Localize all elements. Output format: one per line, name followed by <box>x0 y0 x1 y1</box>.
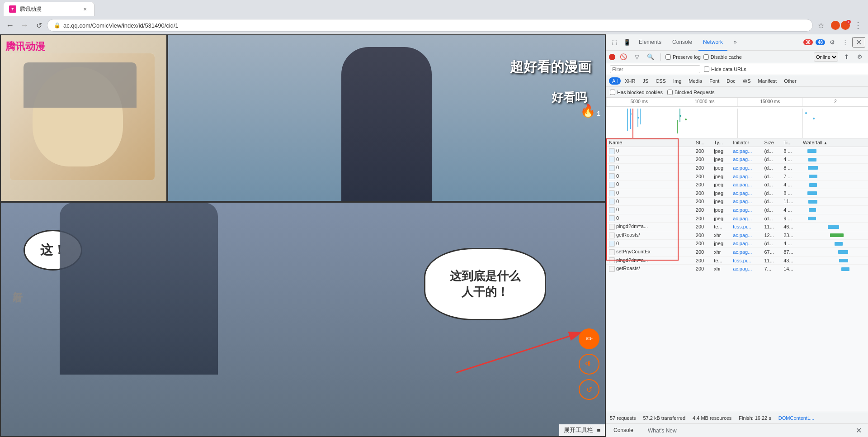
devtools-device-button[interactable]: 📱 <box>622 37 632 48</box>
throttle-select[interactable]: Online <box>814 52 838 62</box>
devtools-settings-button[interactable]: ⚙ <box>827 37 838 48</box>
status-code: 200 <box>693 239 711 248</box>
waterfall-bar <box>809 208 816 212</box>
preserve-log-label[interactable]: Preserve log <box>665 54 701 60</box>
resource-name: 0 <box>616 215 619 221</box>
table-header-ti[interactable]: Ti... <box>781 138 800 147</box>
devtools-more-button[interactable]: ⋮ <box>840 37 850 48</box>
reload-button[interactable]: ↺ <box>33 19 45 32</box>
devtools-inspect-button[interactable]: ⬚ <box>609 37 620 48</box>
resource-time: 14... <box>781 265 800 273</box>
type-filter-doc[interactable]: Doc <box>723 77 739 85</box>
tab-network[interactable]: Network <box>698 34 727 51</box>
table-header-size[interactable]: Size <box>761 138 781 147</box>
blocked-requests-label[interactable]: Blocked Requests <box>667 90 715 95</box>
red-arrow <box>456 328 591 382</box>
import-settings-button[interactable]: ⚙ <box>854 52 865 62</box>
table-row[interactable]: 0200jpegac.pag...(d...7 ... <box>606 172 868 180</box>
waterfall-bar-cell <box>800 256 868 265</box>
resource-type: jpeg <box>711 155 730 164</box>
status-code: 200 <box>693 197 711 206</box>
table-row[interactable]: getRoasts/200xhrac.pag...12...23... <box>606 231 868 239</box>
table-row[interactable]: setPgvCountEx200xhrac.pag...67...87... <box>606 248 868 256</box>
table-row[interactable]: 0200jpegac.pag...(d...4 ... <box>606 155 868 164</box>
resource-type: jpeg <box>711 180 730 189</box>
devtools-close-bottom[interactable]: ✕ <box>853 426 864 435</box>
initiator: ac.pag... <box>730 239 761 248</box>
type-filter-font[interactable]: Font <box>706 77 722 85</box>
edit-button[interactable]: ✏ <box>579 328 599 349</box>
has-blocked-cookies-label[interactable]: Has blocked cookies <box>610 90 663 95</box>
type-filter-manifest[interactable]: Manifest <box>755 77 780 85</box>
type-filter-css[interactable]: CSS <box>652 77 669 85</box>
resource-name: 0 <box>616 165 619 170</box>
search-button[interactable]: 🔍 <box>645 52 656 62</box>
tab-more[interactable]: » <box>729 34 741 51</box>
refresh-button[interactable]: ↺ <box>579 379 599 400</box>
initiator: ac.pag... <box>730 248 761 256</box>
type-filter-xhr[interactable]: XHR <box>622 77 638 85</box>
type-filter-other[interactable]: Other <box>781 77 800 85</box>
chrome-menu-button[interactable]: ⋮ <box>852 19 864 32</box>
table-row[interactable]: 0200jpegac.pag...(d...8 ... <box>606 164 868 172</box>
has-blocked-cookies-checkbox[interactable] <box>610 90 615 95</box>
type-filter-media[interactable]: Media <box>685 77 705 85</box>
hide-data-urls-label[interactable]: Hide data URLs <box>704 66 746 72</box>
type-filter-js[interactable]: JS <box>639 77 651 85</box>
star-button[interactable]: ☆ <box>815 19 827 32</box>
domcontent-link[interactable]: DOMContentL... <box>778 415 814 421</box>
filter-input[interactable] <box>610 65 700 73</box>
resource-size: (d... <box>761 147 781 156</box>
table-row[interactable]: 0200jpegac.pag...(d...4 ... <box>606 206 868 214</box>
tab-close-icon[interactable]: ✕ <box>81 5 89 13</box>
table-row[interactable]: getRoasts/200xhrac.pag...7...14... <box>606 265 868 273</box>
table-row[interactable]: 0200jpegac.pag...(d...4 ... <box>606 180 868 189</box>
disable-cache-label[interactable]: Disable cache <box>703 54 742 60</box>
waterfall-bar-cell <box>800 248 868 256</box>
waterfall-bar-cell <box>800 164 868 172</box>
resource-size: (d... <box>761 180 781 189</box>
table-row[interactable]: 0200jpegac.pag...(d...9 ... <box>606 214 868 223</box>
table-row[interactable]: 0200jpegac.pag...(d...11... <box>606 197 868 206</box>
table-row[interactable]: pingd?dm=a...200te...tcss.pi...11...46..… <box>606 223 868 231</box>
initiator: ac.pag... <box>730 164 761 172</box>
table-row[interactable]: 0200jpegac.pag...(d...8 ... <box>606 189 868 197</box>
record-button[interactable] <box>609 54 615 60</box>
table-header-waterfall[interactable]: Waterfall ▲ <box>800 138 868 147</box>
finish-time: Finish: 16.22 s <box>739 415 771 421</box>
table-header-name[interactable]: Name <box>606 138 693 147</box>
chrome-tab[interactable]: T 腾讯动漫 ✕ <box>4 2 94 16</box>
upload-button[interactable]: ⬆ <box>841 52 852 62</box>
type-filter-all[interactable]: All <box>609 77 621 85</box>
table-row[interactable]: 0200jpegac.pag...(d...8 ... <box>606 147 868 156</box>
type-filter-ws[interactable]: WS <box>740 77 754 85</box>
address-bar[interactable]: 🔒 ac.qq.com/ComicView/index/id/531490/ci… <box>47 19 813 32</box>
tab-console[interactable]: Console <box>668 34 697 51</box>
devtools-close-button[interactable]: ✕ <box>852 37 865 48</box>
table-header-st[interactable]: St... <box>693 138 711 147</box>
hide-data-urls-checkbox[interactable] <box>704 66 709 72</box>
clear-button[interactable]: 🚫 <box>618 52 629 62</box>
tab-elements[interactable]: Elements <box>634 34 666 51</box>
preserve-log-checkbox[interactable] <box>665 54 671 60</box>
table-row[interactable]: 0200jpegac.pag...(d...4 ... <box>606 239 868 248</box>
resource-size: (d... <box>761 155 781 164</box>
table-header-initiator[interactable]: Initiator <box>730 138 761 147</box>
filter-toggle-button[interactable]: ▽ <box>632 52 642 62</box>
resource-size: (d... <box>761 206 781 214</box>
forward-button[interactable]: → <box>18 19 31 32</box>
initiator: ac.pag... <box>730 265 761 273</box>
eye-button[interactable]: 👁 <box>579 354 599 375</box>
resource-size: (d... <box>761 189 781 197</box>
resource-type: jpeg <box>711 239 730 248</box>
console-tab[interactable]: Console <box>610 425 637 436</box>
resource-name: 0 <box>616 157 619 162</box>
doc-resource-icon <box>609 233 615 238</box>
table-row[interactable]: pingd?dm=a...200te...tcss.pi...11...43..… <box>606 256 868 265</box>
blocked-requests-checkbox[interactable] <box>667 90 673 95</box>
type-filter-img[interactable]: Img <box>670 77 684 85</box>
disable-cache-checkbox[interactable] <box>703 54 709 60</box>
table-header-ty[interactable]: Ty... <box>711 138 730 147</box>
whats-new-tab[interactable]: What's New <box>644 426 680 436</box>
back-button[interactable]: ← <box>4 19 16 32</box>
